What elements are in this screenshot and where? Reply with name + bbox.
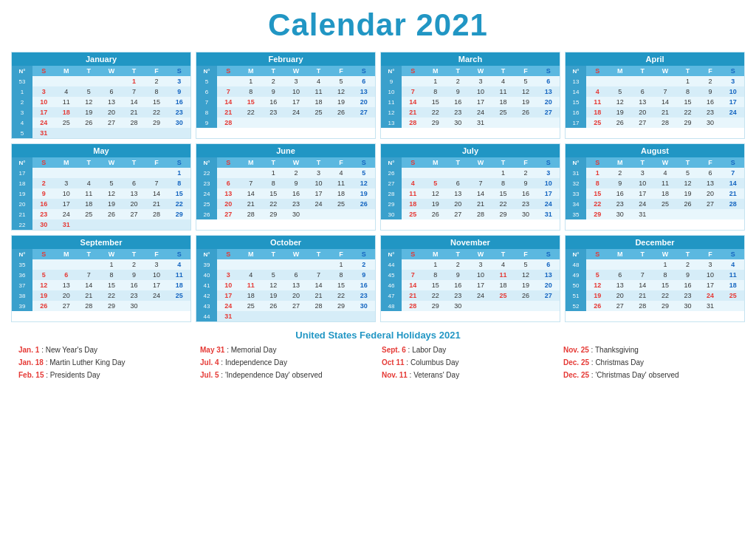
calendar-day: 14 — [721, 178, 744, 188]
month-block-january: JanuaryN°SMTWTFS531231345678921011121314… — [11, 52, 191, 139]
day-header: M — [240, 249, 263, 259]
calendar-day: 30 — [32, 219, 55, 230]
calendar-day — [307, 117, 330, 128]
day-header: F — [330, 249, 353, 259]
calendar-day — [100, 168, 123, 178]
calendar-day: 7 — [123, 86, 145, 97]
calendar-day: 10 — [470, 86, 492, 97]
calendar-day — [402, 168, 425, 178]
calendar-day: 12 — [609, 97, 632, 107]
calendar-day: 28 — [217, 117, 240, 128]
week-num-cell: 39 — [12, 301, 32, 311]
calendar-day — [32, 168, 55, 178]
holidays-title: United States Federal Holidays 2021 — [11, 330, 745, 341]
week-num-cell: 18 — [12, 178, 32, 188]
day-header: F — [145, 249, 168, 259]
week-num-cell: 22 — [196, 168, 217, 178]
day-header: S — [402, 249, 425, 259]
calendar-day: 1 — [654, 259, 677, 270]
week-num-cell: 16 — [566, 107, 586, 117]
calendar-day: 28 — [240, 209, 263, 219]
calendar-day: 30 — [609, 209, 632, 219]
month-header: April — [566, 52, 744, 66]
calendar-day: 3 — [699, 259, 722, 270]
calendar-day: 17 — [470, 97, 492, 107]
week-num-header: N° — [12, 249, 32, 259]
holiday-item: Nov. 11 : Veterans' Day — [382, 370, 556, 381]
calendar-day: 5 — [515, 259, 537, 270]
holiday-item: Jul. 4 : Independence Day — [200, 358, 374, 368]
holiday-date: May 31 — [200, 346, 224, 354]
calendar-day: 18 — [586, 107, 609, 117]
week-num-cell: 33 — [566, 188, 586, 199]
holidays-grid: Jan. 1 : New Year's DayJan. 18 : Martin … — [11, 345, 745, 383]
day-header: F — [515, 66, 537, 76]
calendar-day: 8 — [676, 86, 699, 97]
week-num-cell: 13 — [381, 117, 402, 128]
week-num-cell: 17 — [566, 117, 586, 128]
calendar-day — [262, 117, 285, 128]
calendar-day: 31 — [537, 209, 560, 219]
calendar-day: 23 — [168, 107, 190, 117]
calendar-day: 22 — [425, 107, 447, 117]
calendar-day: 17 — [470, 280, 492, 290]
holiday-column-1: Jan. 1 : New Year's DayJan. 18 : Martin … — [18, 345, 193, 383]
calendar-day: 4 — [654, 168, 677, 178]
calendar-day — [55, 76, 78, 86]
calendar-day: 26 — [330, 107, 353, 117]
calendar-day: 27 — [699, 199, 722, 209]
calendar-day: 6 — [447, 178, 470, 188]
calendar-day: 10 — [55, 188, 78, 199]
day-header: T — [447, 157, 470, 168]
calendar-day: 24 — [699, 290, 722, 301]
calendar-day: 16 — [123, 280, 145, 290]
calendar-day: 25 — [586, 117, 609, 128]
day-header: M — [55, 66, 78, 76]
calendar-day: 11 — [55, 97, 78, 107]
calendar-day: 19 — [515, 280, 537, 290]
holiday-name: Independence Day — [225, 358, 287, 367]
calendar-day: 20 — [447, 199, 470, 209]
month-block-march: MarchN°SMTWTFS91234561078910111213111415… — [380, 52, 560, 139]
calendar-day: 1 — [492, 168, 515, 178]
week-num-cell: 26 — [381, 168, 402, 178]
holiday-column-2: May 31 : Memorial DayJul. 4 : Independen… — [200, 345, 374, 383]
calendar-day: 4 — [168, 259, 190, 270]
day-header: S — [586, 157, 609, 168]
week-num-cell: 37 — [12, 280, 32, 290]
calendar-day: 9 — [447, 86, 470, 97]
calendar-day — [676, 209, 699, 219]
calendar-day: 1 — [330, 259, 353, 270]
calendar-day: 13 — [609, 280, 632, 290]
week-num-cell: 1 — [12, 86, 32, 97]
calendar-day: 21 — [145, 199, 168, 209]
calendar-day: 4 — [492, 259, 515, 270]
calendar-day: 9 — [609, 178, 632, 188]
calendar-day: 18 — [55, 107, 78, 117]
calendar-day: 16 — [352, 280, 375, 290]
calendar-day: 8 — [654, 270, 677, 280]
calendar-day: 27 — [631, 117, 654, 128]
calendar-day: 29 — [586, 209, 609, 219]
calendar-day: 6 — [537, 259, 560, 270]
day-header: W — [100, 249, 123, 259]
month-block-october: OctoberN°SMTWTFS391240345678941101112131… — [196, 235, 376, 322]
calendar-day: 15 — [330, 280, 353, 290]
day-header: T — [492, 249, 515, 259]
month-header: September — [12, 236, 190, 249]
calendar-day — [330, 117, 353, 128]
calendar-day: 6 — [631, 86, 654, 97]
month-header: December — [566, 236, 744, 249]
calendar-day: 10 — [631, 178, 654, 188]
day-header: F — [145, 157, 168, 168]
day-header: W — [285, 249, 308, 259]
holiday-item: Jul. 5 : 'Independence Day' observed — [200, 370, 374, 381]
month-header: February — [196, 52, 375, 66]
calendar-day: 10 — [699, 270, 722, 280]
week-num-cell: 43 — [196, 301, 217, 311]
calendar-day — [123, 128, 145, 138]
calendar-day: 23 — [262, 107, 285, 117]
day-header: T — [123, 66, 145, 76]
week-num-cell: 31 — [566, 168, 586, 178]
month-header: January — [12, 52, 190, 66]
